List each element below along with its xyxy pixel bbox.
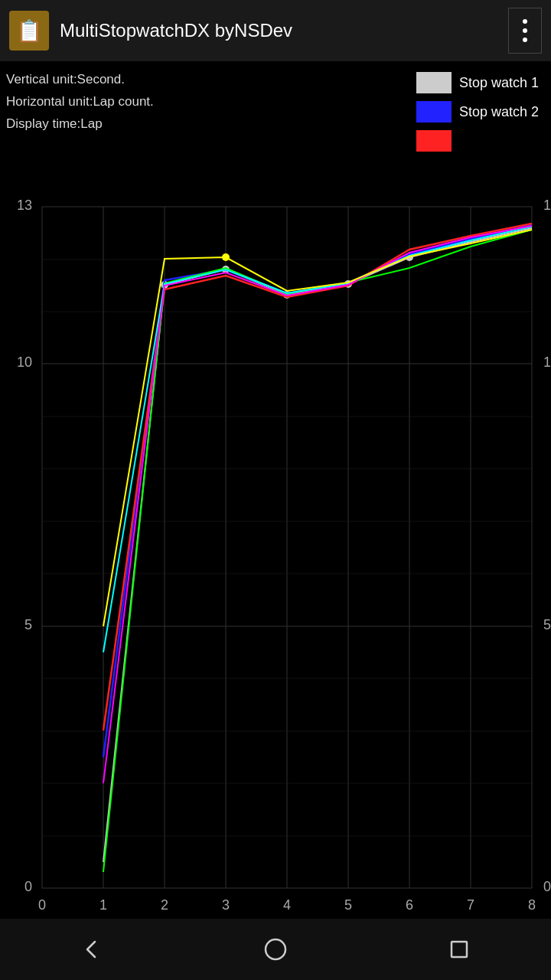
horizontal-unit-label: Horizontal unit:Lap count.	[6, 91, 416, 113]
svg-text:13: 13	[543, 198, 551, 213]
svg-rect-48	[452, 942, 467, 957]
vertical-unit-label: Vertical unit:Second.	[6, 69, 416, 91]
svg-text:0: 0	[24, 879, 32, 894]
app-icon: 📋	[9, 11, 49, 51]
svg-text:5: 5	[24, 617, 32, 632]
svg-text:5: 5	[344, 897, 352, 913]
app-header: 📋 MultiStopwatchDX byNSDev	[0, 0, 551, 61]
svg-text:10: 10	[543, 354, 551, 370]
overflow-menu-button[interactable]	[508, 8, 542, 54]
dot3	[523, 38, 527, 42]
info-panel: Vertical unit:Second. Horizontal unit:La…	[0, 69, 416, 136]
legend-bar: Vertical unit:Second. Horizontal unit:La…	[0, 61, 551, 153]
legend-swatch-1	[416, 72, 452, 93]
svg-text:2: 2	[161, 897, 168, 913]
chart-svg: 13 10 5 0 13 10 5 0 0 1 2 3 4 5 6 7 8	[0, 153, 551, 949]
legend-label-1: Stop watch 1	[459, 75, 539, 91]
bottom-nav	[0, 919, 551, 980]
svg-text:5: 5	[543, 617, 551, 632]
legend-label-2: Stop watch 2	[459, 104, 539, 120]
legend-item-1: Stop watch 1	[416, 72, 539, 93]
chart-container: 13 10 5 0 13 10 5 0 0 1 2 3 4 5 6 7 8	[0, 153, 551, 949]
svg-text:3: 3	[222, 897, 230, 913]
dot1	[523, 19, 527, 24]
back-button[interactable]	[69, 926, 115, 972]
home-button[interactable]	[253, 926, 298, 972]
svg-text:13: 13	[17, 198, 32, 213]
svg-text:8: 8	[528, 897, 536, 913]
legend-items: Stop watch 1 Stop watch 2 Stop watch 3	[416, 69, 551, 152]
display-time-label: Display time:Lap	[6, 113, 416, 136]
svg-text:7: 7	[467, 897, 474, 913]
svg-point-46	[222, 253, 230, 261]
svg-text:0: 0	[543, 879, 551, 894]
legend-item-3: Stop watch 3	[416, 130, 539, 152]
dot2	[523, 28, 527, 33]
svg-text:4: 4	[283, 897, 291, 913]
svg-text:0: 0	[38, 897, 46, 913]
svg-text:10: 10	[17, 354, 32, 370]
recents-button[interactable]	[436, 926, 482, 972]
legend-item-2: Stop watch 2	[416, 101, 539, 122]
legend-swatch-2	[416, 101, 452, 122]
svg-text:6: 6	[406, 897, 413, 913]
svg-text:1: 1	[99, 897, 107, 913]
legend-swatch-3	[416, 130, 452, 152]
app-title: MultiStopwatchDX byNSDev	[60, 20, 508, 41]
svg-point-47	[266, 939, 285, 959]
